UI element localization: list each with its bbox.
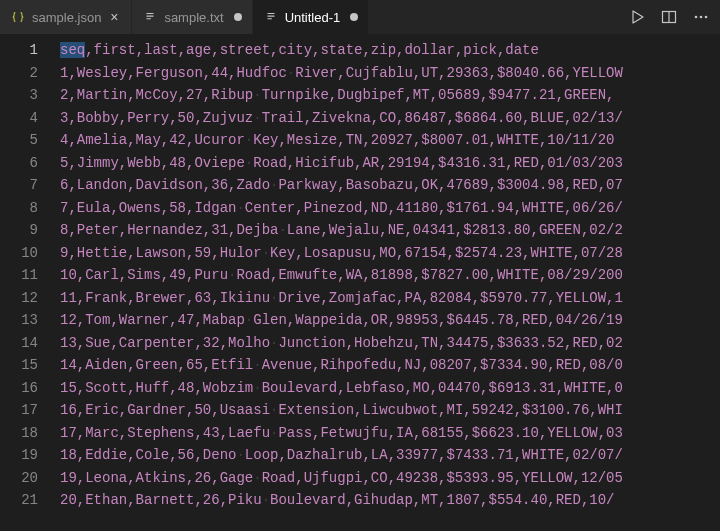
- line-number: 8: [0, 197, 60, 220]
- code-line[interactable]: 14,Aiden,Green,65,Etfil·Avenue,Rihpofedu…: [60, 354, 720, 377]
- code-line[interactable]: seq,first,last,age,street,city,state,zip…: [60, 39, 720, 62]
- line-number: 14: [0, 332, 60, 355]
- line-number: 19: [0, 444, 60, 467]
- code-line[interactable]: 7,Eula,Owens,58,Idgan·Center,Pinezod,ND,…: [60, 197, 720, 220]
- code-line[interactable]: 6,Landon,Davidson,36,Zado·Parkway,Basoba…: [60, 174, 720, 197]
- line-number: 1: [0, 39, 60, 62]
- dirty-indicator-icon: [234, 13, 242, 21]
- line-number: 3: [0, 84, 60, 107]
- split-editor-icon[interactable]: [660, 8, 678, 26]
- line-number: 9: [0, 219, 60, 242]
- code-line[interactable]: 12,Tom,Warner,47,Mabap·Glen,Wappeida,OR,…: [60, 309, 720, 332]
- code-line[interactable]: 16,Eric,Gardner,50,Usaasi·Extension,Liwc…: [60, 399, 720, 422]
- code-area[interactable]: seq,first,last,age,street,city,state,zip…: [60, 35, 720, 531]
- tab-sample-txt[interactable]: sample.txt: [132, 0, 252, 34]
- code-line[interactable]: 1,Wesley,Ferguson,44,Hudfoc·River,Cujfab…: [60, 62, 720, 85]
- code-line[interactable]: 17,Marc,Stephens,43,Laefu·Pass,Fetwujfu,…: [60, 422, 720, 445]
- line-number: 20: [0, 467, 60, 490]
- tab-label: sample.json: [32, 10, 101, 25]
- code-line[interactable]: 10,Carl,Sims,49,Puru·Road,Emwufte,WA,818…: [60, 264, 720, 287]
- code-line[interactable]: 15,Scott,Huff,48,Wobzim·Boulevard,Lebfas…: [60, 377, 720, 400]
- line-number: 21: [0, 489, 60, 512]
- code-line[interactable]: 5,Jimmy,Webb,48,Oviepe·Road,Hicifub,AR,2…: [60, 152, 720, 175]
- code-line[interactable]: 11,Frank,Brewer,63,Ikiinu·Drive,Zomjafac…: [60, 287, 720, 310]
- line-number: 18: [0, 422, 60, 445]
- line-number: 6: [0, 152, 60, 175]
- editor-actions: [618, 8, 720, 26]
- more-icon[interactable]: [692, 8, 710, 26]
- code-line[interactable]: 18,Eddie,Cole,56,Deno·Loop,Dazhalrub,LA,…: [60, 444, 720, 467]
- tab-sample-json[interactable]: sample.json ×: [0, 0, 132, 34]
- tab-untitled-1[interactable]: Untitled-1: [253, 0, 370, 34]
- code-line[interactable]: 8,Peter,Hernandez,31,Dejba·Lane,Wejalu,N…: [60, 219, 720, 242]
- tab-bar: sample.json × sample.txt Untitled-1: [0, 0, 720, 35]
- json-file-icon: [10, 9, 26, 25]
- tab-label: Untitled-1: [285, 10, 341, 25]
- code-line[interactable]: 2,Martin,McCoy,27,Ribup·Turnpike,Dugbipe…: [60, 84, 720, 107]
- line-number: 10: [0, 242, 60, 265]
- run-icon[interactable]: [628, 8, 646, 26]
- svg-point-3: [700, 16, 703, 19]
- svg-point-4: [705, 16, 708, 19]
- code-line[interactable]: 20,Ethan,Barnett,26,Piku·Boulevard,Gihud…: [60, 489, 720, 512]
- line-number: 17: [0, 399, 60, 422]
- text-editor[interactable]: 123456789101112131415161718192021 seq,fi…: [0, 35, 720, 531]
- code-line[interactable]: 9,Hettie,Lawson,59,Hulor·Key,Losapusu,MO…: [60, 242, 720, 265]
- svg-point-2: [695, 16, 698, 19]
- dirty-indicator-icon: [350, 13, 358, 21]
- line-number: 12: [0, 287, 60, 310]
- line-number: 7: [0, 174, 60, 197]
- line-number: 16: [0, 377, 60, 400]
- code-line[interactable]: 3,Bobby,Perry,50,Zujvuz·Trail,Zivekna,CO…: [60, 107, 720, 130]
- line-number: 2: [0, 62, 60, 85]
- code-line[interactable]: 4,Amelia,May,42,Ucuror·Key,Mesize,TN,209…: [60, 129, 720, 152]
- line-number-gutter: 123456789101112131415161718192021: [0, 35, 60, 531]
- line-number: 13: [0, 309, 60, 332]
- text-file-icon: [142, 9, 158, 25]
- line-number: 5: [0, 129, 60, 152]
- line-number: 15: [0, 354, 60, 377]
- line-number: 4: [0, 107, 60, 130]
- code-line[interactable]: 13,Sue,Carpenter,32,Molho·Junction,Hobeh…: [60, 332, 720, 355]
- close-icon[interactable]: ×: [107, 10, 121, 24]
- code-line[interactable]: 19,Leona,Atkins,26,Gage·Road,Ujfugpi,CO,…: [60, 467, 720, 490]
- text-file-icon: [263, 9, 279, 25]
- line-number: 11: [0, 264, 60, 287]
- tab-label: sample.txt: [164, 10, 223, 25]
